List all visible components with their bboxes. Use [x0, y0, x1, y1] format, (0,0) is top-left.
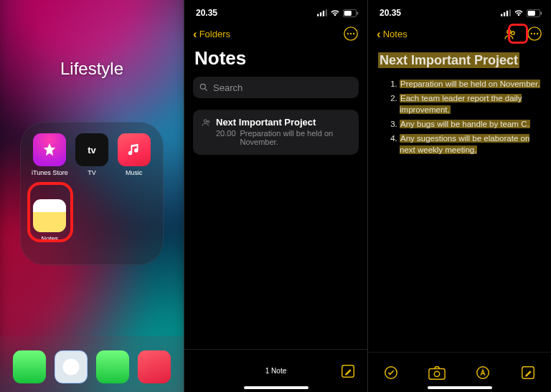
- home-screen: Lifestyle iTunes Store tv TV Music Notes: [0, 0, 184, 392]
- wifi-icon: [514, 9, 524, 16]
- note-content-list: Preparation will be held on November. Ea…: [378, 78, 541, 156]
- battery-icon: [343, 9, 359, 17]
- chevron-left-icon: ‹: [193, 28, 197, 40]
- svg-point-32: [477, 366, 489, 378]
- svg-point-13: [204, 119, 207, 122]
- status-time: 20.35: [196, 8, 217, 18]
- star-icon: [33, 133, 66, 166]
- more-button[interactable]: [527, 26, 542, 42]
- svg-rect-1: [320, 12, 321, 16]
- svg-point-8: [347, 33, 349, 34]
- svg-point-14: [207, 120, 209, 123]
- search-placeholder: Search: [213, 82, 242, 93]
- back-label: Notes: [383, 29, 408, 39]
- highlight-box: [508, 24, 528, 44]
- note-detail-screen: 20.35 ‹ Notes Next Important Project Pre…: [367, 0, 551, 392]
- dock-app-safari[interactable]: [55, 350, 88, 383]
- back-label: Folders: [199, 29, 230, 39]
- svg-rect-5: [344, 11, 352, 16]
- svg-rect-2: [323, 11, 324, 16]
- svg-rect-18: [507, 11, 508, 16]
- app-music[interactable]: Music: [114, 133, 154, 191]
- folder-title: Lifestyle: [0, 59, 184, 79]
- status-bar: 20.35: [184, 0, 367, 20]
- list-item: Any sugestions will be elaborate on next…: [400, 133, 541, 156]
- note-preview: Preparation will be held on November.: [240, 129, 350, 146]
- status-time: 20.35: [380, 8, 401, 18]
- search-icon: [199, 82, 209, 92]
- chevron-left-icon: ‹: [377, 28, 381, 40]
- dock-app-phone[interactable]: [13, 350, 46, 383]
- more-button[interactable]: [343, 26, 359, 42]
- svg-rect-0: [317, 14, 319, 16]
- signal-icon: [501, 9, 511, 16]
- svg-rect-30: [429, 368, 445, 379]
- wifi-icon: [330, 9, 340, 16]
- svg-point-10: [353, 33, 354, 34]
- camera-button[interactable]: [428, 365, 446, 381]
- highlight-box: [27, 182, 73, 242]
- back-button[interactable]: ‹ Notes: [377, 28, 408, 40]
- dock: [0, 336, 184, 392]
- compose-button[interactable]: [340, 363, 356, 379]
- list-item: Any bugs will be handle by team C.: [400, 118, 541, 130]
- app-label: TV: [88, 169, 96, 176]
- svg-point-31: [434, 371, 439, 376]
- back-button[interactable]: ‹ Folders: [193, 28, 230, 40]
- note-list-item[interactable]: Next Important Project 20.00 Preparation…: [193, 110, 359, 155]
- svg-point-28: [537, 33, 538, 34]
- note-count: 1 Note: [265, 367, 286, 375]
- svg-line-12: [205, 89, 207, 91]
- list-item: Preparation will be held on November.: [400, 78, 541, 90]
- app-label: Music: [126, 169, 143, 176]
- svg-rect-17: [504, 12, 505, 16]
- note-body[interactable]: Next Important Project Preparation will …: [368, 46, 551, 156]
- signal-icon: [317, 9, 327, 16]
- dock-app-music[interactable]: [138, 350, 171, 383]
- appletv-icon: tv: [75, 133, 108, 166]
- page-title: Notes: [184, 46, 367, 77]
- checklist-button[interactable]: [383, 365, 399, 381]
- svg-rect-21: [528, 11, 535, 16]
- markup-button[interactable]: [475, 365, 491, 381]
- svg-point-27: [534, 33, 535, 34]
- svg-point-26: [531, 33, 532, 34]
- nav-bar: ‹ Folders: [184, 20, 367, 46]
- note-time: 20.00: [216, 129, 236, 146]
- svg-rect-3: [326, 9, 327, 16]
- note-title: Next Important Project: [216, 117, 316, 128]
- home-indicator[interactable]: [244, 386, 309, 389]
- list-item: Each team leader report the daily improv…: [400, 92, 541, 116]
- note-title: Next Important Project: [378, 52, 519, 68]
- svg-rect-16: [501, 14, 502, 16]
- app-label: iTunes Store: [32, 169, 68, 176]
- music-note-icon: [118, 133, 151, 166]
- dock-app-messages[interactable]: [96, 350, 129, 383]
- svg-rect-19: [509, 9, 511, 16]
- home-indicator[interactable]: [428, 386, 492, 389]
- app-tv[interactable]: tv TV: [72, 133, 112, 191]
- shared-icon: [202, 118, 212, 128]
- status-bar: 20.35: [368, 0, 551, 20]
- compose-button[interactable]: [520, 365, 536, 381]
- notes-list-screen: 20.35 ‹ Folders Notes Search Next Import…: [184, 0, 367, 392]
- svg-point-9: [350, 33, 352, 34]
- svg-point-11: [200, 84, 205, 89]
- battery-icon: [527, 9, 542, 17]
- toolbar: 1 Note: [184, 349, 367, 392]
- svg-rect-22: [540, 11, 542, 14]
- search-input[interactable]: Search: [193, 77, 359, 98]
- svg-rect-6: [357, 11, 358, 14]
